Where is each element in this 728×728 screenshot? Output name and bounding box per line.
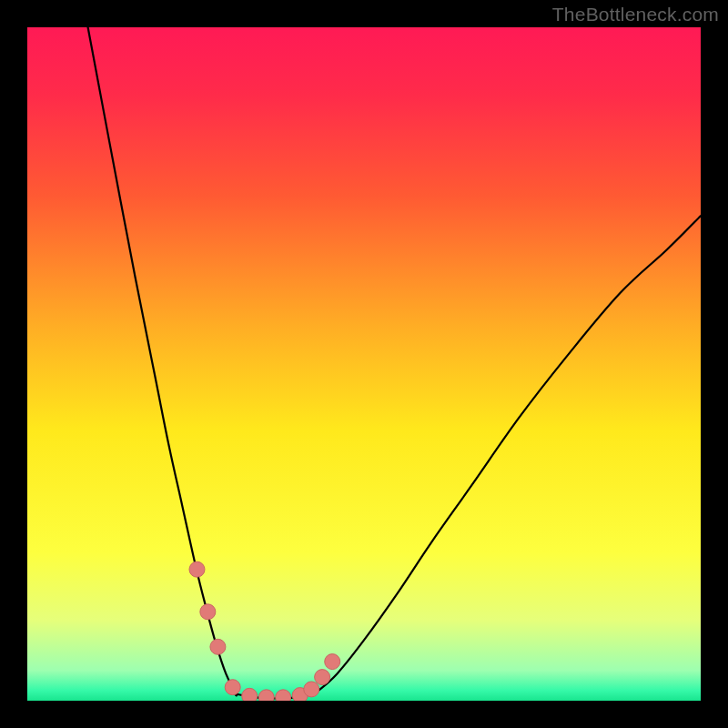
chart-svg <box>27 27 701 701</box>
curve-marker <box>189 561 205 577</box>
curve-marker <box>276 690 291 701</box>
curve-marker <box>304 682 319 697</box>
curve-marker <box>210 639 226 654</box>
watermark-text: TheBottleneck.com <box>552 4 719 25</box>
curve-marker <box>315 670 330 685</box>
curve-marker <box>258 690 274 701</box>
gradient-background <box>27 27 701 701</box>
plot-area <box>27 27 701 701</box>
curve-marker <box>242 688 258 701</box>
curve-marker <box>225 680 240 695</box>
curve-marker <box>200 604 216 620</box>
outer-frame: TheBottleneck.com <box>0 0 728 728</box>
curve-marker <box>325 654 340 670</box>
